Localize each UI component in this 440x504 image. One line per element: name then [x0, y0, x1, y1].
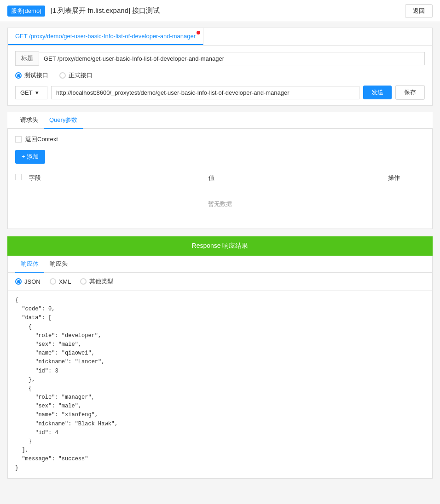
radio-test-label: 测试接口 [24, 71, 48, 80]
url-row: GET ▾ 发送 保存 [15, 85, 425, 100]
main-content: GET /proxy/demo/get-user-basic-Info-list… [0, 22, 440, 484]
send-button[interactable]: 发送 [363, 86, 392, 99]
api-tab-label: GET /proxy/demo/get-user-basic-Info-list… [15, 33, 196, 40]
response-header: Response 响应结果 [7, 236, 433, 256]
radio-formal-label: 正式接口 [69, 71, 93, 80]
form-section: 标题 测试接口 正式接口 GET ▾ 发送 保存 [7, 45, 433, 106]
format-xml[interactable]: XML [50, 278, 71, 285]
response-tab-bar: 响应体 响应头 [8, 256, 432, 273]
method-label: GET [20, 89, 33, 96]
empty-tip: 暂无数据 [15, 186, 425, 222]
radio-test-circle [15, 72, 22, 79]
back-button[interactable]: 返回 [405, 4, 433, 18]
check-all-cell [15, 174, 29, 182]
radio-formal[interactable]: 正式接口 [59, 71, 93, 80]
chevron-down-icon: ▾ [35, 89, 39, 96]
format-other[interactable]: 其他类型 [80, 277, 113, 286]
format-xml-radio [50, 278, 56, 285]
format-other-label: 其他类型 [89, 277, 113, 286]
tab-response-body[interactable]: 响应体 [15, 256, 44, 273]
sub-tab-bar: 请求头 Query参数 [7, 112, 433, 129]
tab-dot [197, 31, 200, 34]
col-field: 字段 [29, 174, 208, 182]
col-value: 值 [208, 174, 388, 182]
format-xml-label: XML [59, 278, 71, 285]
header: 服务[demo] [1.列表展开 fn.list.expand] 接口测试 返回 [0, 0, 440, 22]
radio-test[interactable]: 测试接口 [15, 71, 48, 80]
method-select[interactable]: GET ▾ [15, 86, 47, 99]
query-section: 返回Context + 添加 字段 值 操作 暂无数据 [7, 129, 433, 229]
radio-row: 测试接口 正式接口 [15, 71, 425, 80]
header-left: 服务[demo] [1.列表展开 fn.list.expand] 接口测试 [7, 6, 160, 17]
api-tab[interactable]: GET /proxy/demo/get-user-basic-Info-list… [8, 28, 203, 45]
context-checkbox[interactable] [15, 136, 22, 143]
tab-request-headers[interactable]: 请求头 [15, 112, 44, 129]
page-title: [1.列表展开 fn.list.expand] 接口测试 [51, 6, 160, 15]
format-json-label: JSON [24, 278, 41, 285]
service-badge: 服务[demo] [7, 6, 45, 17]
tab-bar: GET /proxy/demo/get-user-basic-Info-list… [7, 28, 433, 45]
context-label: 返回Context [25, 135, 58, 143]
format-json[interactable]: JSON [15, 278, 41, 285]
tab-query-params[interactable]: Query参数 [44, 112, 83, 129]
title-row: 标题 [15, 51, 425, 66]
context-row: 返回Context [15, 135, 425, 143]
table-header: 字段 值 操作 [15, 170, 425, 186]
title-label: 标题 [15, 51, 39, 66]
format-other-radio [80, 278, 87, 285]
response-section: 响应体 响应头 JSON XML 其他类型 { "code": 0, "data… [7, 256, 433, 479]
save-button[interactable]: 保存 [395, 85, 425, 100]
radio-formal-circle [59, 72, 66, 79]
url-input[interactable] [51, 86, 359, 99]
check-all-checkbox[interactable] [15, 174, 22, 180]
format-json-radio [15, 278, 22, 285]
col-action: 操作 [388, 174, 425, 182]
add-button[interactable]: + 添加 [15, 150, 45, 164]
title-input[interactable] [39, 52, 425, 65]
tab-response-headers[interactable]: 响应头 [44, 256, 73, 273]
format-row: JSON XML 其他类型 [8, 273, 432, 290]
code-block: { "code": 0, "data": [ { "role": "develo… [8, 290, 432, 478]
